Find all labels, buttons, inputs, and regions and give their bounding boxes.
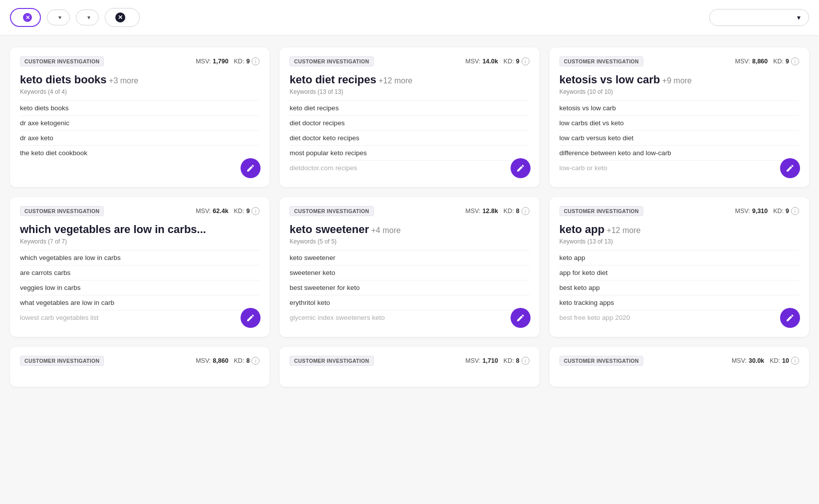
keywords-count-label: Keywords (13 of 13)	[559, 238, 799, 245]
keyword-item: veggies low in carbs	[20, 280, 260, 295]
keyword-item: keto diets books	[20, 100, 260, 115]
edit-button[interactable]	[780, 308, 800, 328]
close-icon[interactable]: ✕	[23, 13, 32, 22]
msv-value: 9,310	[752, 208, 768, 215]
kd-value: 10	[782, 357, 789, 364]
keyword-item: app for keto diet	[559, 265, 799, 280]
keyword-item: which vegetables are low in carbs	[20, 250, 260, 265]
category-badge: CUSTOMER INVESTIGATION	[559, 356, 643, 366]
card-meta: MSV: 8,860 KD: 8 i	[196, 357, 260, 365]
keyword-item: sweetener keto	[289, 265, 529, 280]
card-meta: MSV: 12.8k KD: 8 i	[466, 207, 530, 215]
x-circle-icon: ✕	[115, 12, 125, 22]
kd-value: 8	[516, 357, 520, 364]
more-label: +3 more	[107, 76, 139, 85]
keywords-count-label: Keywords (10 of 10)	[559, 88, 799, 95]
info-icon[interactable]: i	[522, 357, 530, 365]
card-header: CUSTOMER INVESTIGATION MSV: 1,790 KD: 9 …	[20, 56, 260, 66]
category-badge: CUSTOMER INVESTIGATION	[289, 206, 373, 216]
card-title: ketosis vs low carb +9 more	[559, 73, 799, 86]
category-badge: CUSTOMER INVESTIGATION	[20, 56, 104, 66]
card-title: which vegetables are low in carbs...	[20, 223, 260, 236]
keyword-item: low carb versus keto diet	[559, 130, 799, 145]
sort-dropdown[interactable]: ▾	[709, 9, 809, 26]
info-icon[interactable]: i	[791, 57, 799, 65]
card-header: CUSTOMER INVESTIGATION MSV: 12.8k KD: 8 …	[289, 206, 529, 216]
keyword-card: CUSTOMER INVESTIGATION MSV: 1,790 KD: 9 …	[10, 47, 270, 187]
msv-value: 12.8k	[483, 208, 498, 215]
info-icon[interactable]: i	[791, 207, 799, 215]
card-header: CUSTOMER INVESTIGATION MSV: 30.0k KD: 10…	[559, 356, 799, 366]
category-badge: CUSTOMER INVESTIGATION	[559, 206, 643, 216]
cards-grid: CUSTOMER INVESTIGATION MSV: 1,790 KD: 9 …	[0, 35, 819, 399]
keyword-item: best free keto app 2020	[559, 310, 799, 325]
edit-button[interactable]	[511, 158, 531, 178]
keyword-item: diet doctor keto recipes	[289, 130, 529, 145]
keyword-card: CUSTOMER INVESTIGATION MSV: 62.4k KD: 9 …	[10, 197, 270, 337]
msv-value: 1,790	[213, 58, 228, 65]
info-icon[interactable]: i	[252, 207, 260, 215]
card-meta: MSV: 30.0k KD: 10 i	[732, 357, 799, 365]
msv-value: 1,710	[483, 357, 498, 364]
kd-value: 9	[246, 208, 250, 215]
kd-value: 9	[246, 58, 250, 65]
card-meta: MSV: 8,860 KD: 9 i	[735, 57, 799, 65]
keyword-item: dietdoctor.com recipes	[289, 160, 529, 175]
kd-value: 9	[516, 58, 520, 65]
msv-value: 62.4k	[213, 208, 228, 215]
keyword-item: keto diet recipes	[289, 100, 529, 115]
keyword-item: diet doctor recipes	[289, 115, 529, 130]
edit-button[interactable]	[511, 308, 531, 328]
keywords-count-label: Keywords (7 of 7)	[20, 238, 260, 245]
keywords-filter-chip[interactable]: ▾	[47, 9, 70, 25]
edit-button[interactable]	[241, 158, 261, 178]
category-badge: CUSTOMER INVESTIGATION	[559, 56, 643, 66]
more-label: +12 more	[604, 226, 640, 235]
keyword-card: CUSTOMER INVESTIGATION MSV: 9,310 KD: 9 …	[549, 197, 809, 337]
category-badge: CUSTOMER INVESTIGATION	[289, 356, 373, 366]
search-volume-filter-chip[interactable]: ▾	[76, 9, 99, 25]
msv-value: 30.0k	[749, 357, 764, 364]
edit-button[interactable]	[780, 158, 800, 178]
card-header: CUSTOMER INVESTIGATION MSV: 62.4k KD: 9 …	[20, 206, 260, 216]
keyword-item: glycemic index sweeteners keto	[289, 310, 529, 325]
kd-value: 9	[786, 208, 789, 215]
keyword-card: CUSTOMER INVESTIGATION MSV: 14.0k KD: 9 …	[279, 47, 539, 187]
category-badge: CUSTOMER INVESTIGATION	[20, 356, 104, 366]
card-header: CUSTOMER INVESTIGATION MSV: 14.0k KD: 9 …	[289, 56, 529, 66]
chevron-down-icon: ▾	[58, 14, 61, 21]
keyword-item: ketosis vs low carb	[559, 100, 799, 115]
info-icon[interactable]: i	[791, 357, 799, 365]
active-filter-chip[interactable]: ✕	[10, 8, 41, 27]
more-label: +4 more	[369, 226, 401, 235]
keyword-list: keto diets booksdr axe ketogenicdr axe k…	[20, 100, 260, 160]
keyword-item: best keto app	[559, 280, 799, 295]
card-meta: MSV: 9,310 KD: 9 i	[735, 207, 799, 215]
card-title: keto app +12 more	[559, 223, 799, 236]
card-meta: MSV: 14.0k KD: 9 i	[466, 57, 530, 65]
keyword-card-partial: CUSTOMER INVESTIGATION MSV: 30.0k KD: 10…	[549, 347, 809, 387]
keyword-list: ketosis vs low carblow carbs diet vs ket…	[559, 100, 799, 175]
keyword-card: CUSTOMER INVESTIGATION MSV: 8,860 KD: 9 …	[549, 47, 809, 187]
keyword-item: what vegetables are low in carb	[20, 295, 260, 310]
keyword-item: lowest carb vegetables list	[20, 310, 260, 325]
msv-value: 8,860	[752, 58, 768, 65]
keyword-item: best sweetener for keto	[289, 280, 529, 295]
info-icon[interactable]: i	[252, 57, 260, 65]
info-icon[interactable]: i	[522, 207, 530, 215]
more-label: +12 more	[376, 76, 412, 85]
card-title: keto diets books +3 more	[20, 73, 260, 86]
keywords-count-label: Keywords (13 of 13)	[289, 88, 529, 95]
chevron-down-icon: ▾	[797, 13, 801, 21]
keywords-count-label: Keywords (5 of 5)	[289, 238, 529, 245]
keyword-list: keto sweetenersweetener ketobest sweeten…	[289, 250, 529, 325]
info-icon[interactable]: i	[252, 357, 260, 365]
keyword-item: difference between keto and low-carb	[559, 145, 799, 160]
clear-filters-button[interactable]: ✕	[105, 8, 140, 27]
keyword-item: low carbs diet vs keto	[559, 115, 799, 130]
info-icon[interactable]: i	[522, 57, 530, 65]
keywords-count-label: Keywords (4 of 4)	[20, 88, 260, 95]
keyword-list: keto appapp for keto dietbest keto appke…	[559, 250, 799, 325]
keyword-item: keto sweetener	[289, 250, 529, 265]
card-meta: MSV: 1,790 KD: 9 i	[196, 57, 260, 65]
